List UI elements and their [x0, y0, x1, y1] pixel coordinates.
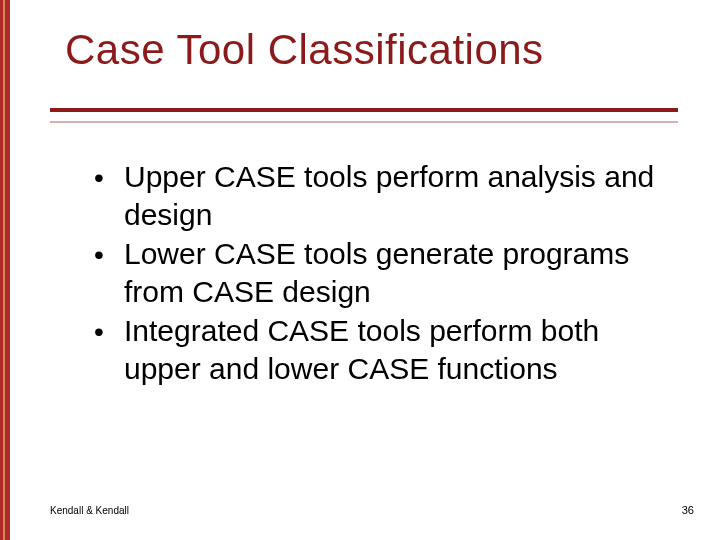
footer-author: Kendall & Kendall: [50, 505, 129, 516]
bullet-icon: •: [94, 237, 104, 272]
divider-primary: [50, 108, 678, 112]
page-title: Case Tool Classifications: [65, 26, 544, 74]
bullet-icon: •: [94, 160, 104, 195]
accent-strip: [0, 0, 10, 540]
list-item-text: Lower CASE tools generate programs from …: [124, 237, 629, 308]
divider-secondary: [50, 121, 678, 123]
slide: Case Tool Classifications • Upper CASE t…: [10, 0, 720, 540]
list-item: • Integrated CASE tools perform both upp…: [94, 312, 676, 387]
list-item: • Upper CASE tools perform analysis and …: [94, 158, 676, 233]
page-number: 36: [682, 504, 694, 516]
list-item: • Lower CASE tools generate programs fro…: [94, 235, 676, 310]
list-item-text: Integrated CASE tools perform both upper…: [124, 314, 599, 385]
list-item-text: Upper CASE tools perform analysis and de…: [124, 160, 654, 231]
accent-highlight: [3, 0, 5, 540]
bullet-list: • Upper CASE tools perform analysis and …: [94, 158, 676, 389]
bullet-icon: •: [94, 314, 104, 349]
